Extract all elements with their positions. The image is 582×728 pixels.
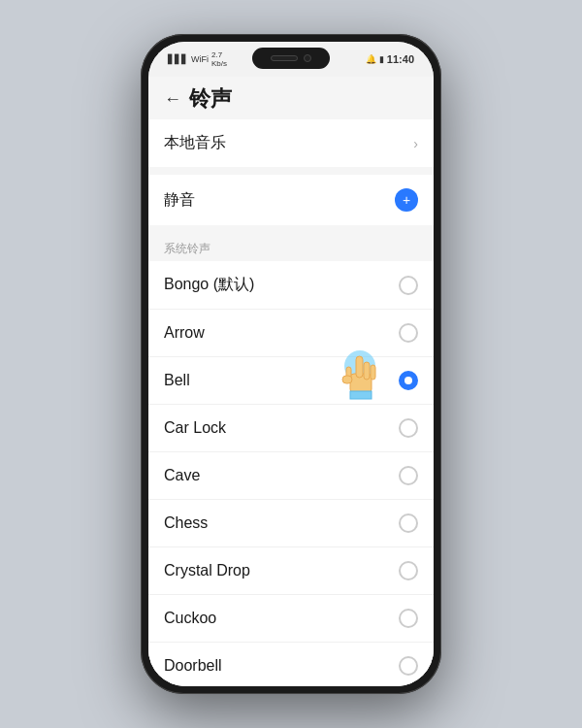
speaker: [271, 55, 298, 61]
ringtone-item[interactable]: Arrow: [148, 310, 434, 357]
ringtone-list[interactable]: Bongo (默认)ArrowBellCar LockCaveChessCrys…: [148, 261, 434, 686]
ringtone-item[interactable]: Cave: [148, 452, 434, 500]
data-speed: 2.7Kb/s: [211, 50, 227, 68]
ringtone-name: Arrow: [164, 324, 205, 342]
silent-item[interactable]: 静音 +: [148, 175, 434, 225]
silent-label: 静音: [164, 190, 195, 211]
ringtone-item[interactable]: Bongo (默认): [148, 261, 434, 310]
radio-button[interactable]: [399, 323, 418, 343]
phone-frame: ▋▋▋ WiFi 2.7Kb/s 🔔 ▮ 11:40 ← 铃声 本地音乐 ›: [141, 34, 441, 694]
status-left: ▋▋▋ WiFi 2.7Kb/s: [168, 50, 227, 68]
local-music-item[interactable]: 本地音乐 ›: [148, 119, 434, 167]
ringtone-name: Chess: [164, 514, 208, 532]
local-music-section: 本地音乐 ›: [148, 119, 434, 167]
ringtone-item[interactable]: Crystal Drop: [148, 547, 434, 595]
ringtone-name: Bell: [164, 372, 190, 389]
camera: [304, 54, 311, 62]
battery-icon: ▮: [379, 54, 384, 64]
time: 11:40: [387, 53, 414, 65]
status-right: 🔔 ▮ 11:40: [366, 53, 414, 65]
ringtone-name: Car Lock: [164, 419, 226, 437]
ringtone-name: Doorbell: [164, 657, 222, 675]
wifi-icon: WiFi: [191, 54, 209, 64]
local-music-label: 本地音乐: [164, 133, 226, 153]
phone-screen: ▋▋▋ WiFi 2.7Kb/s 🔔 ▮ 11:40 ← 铃声 本地音乐 ›: [148, 42, 434, 686]
back-button[interactable]: ←: [164, 89, 181, 110]
radio-button[interactable]: [399, 466, 418, 485]
screen-content: 本地音乐 › 静音 + 系统铃声 Bongo (默认)ArrowBellCar …: [148, 119, 434, 686]
page-header: ← 铃声: [148, 77, 434, 119]
radio-button[interactable]: [399, 276, 418, 295]
notch: [252, 48, 330, 69]
chevron-right-icon: ›: [413, 136, 418, 151]
signal-icon: ▋▋▋: [168, 54, 188, 64]
silent-add-icon[interactable]: +: [395, 188, 418, 212]
ringtone-item[interactable]: Bell: [148, 357, 434, 405]
radio-button[interactable]: [399, 656, 418, 676]
ringtone-item[interactable]: Doorbell: [148, 643, 434, 686]
ringtone-item[interactable]: Car Lock: [148, 405, 434, 452]
ringtone-name: Bongo (默认): [164, 275, 254, 295]
status-bar: ▋▋▋ WiFi 2.7Kb/s 🔔 ▮ 11:40: [148, 42, 434, 77]
radio-button[interactable]: [399, 609, 418, 628]
radio-button[interactable]: [399, 418, 418, 438]
radio-button[interactable]: [399, 561, 418, 580]
ringtone-item[interactable]: Chess: [148, 500, 434, 547]
ringtone-item[interactable]: Cuckoo: [148, 595, 434, 643]
ringtone-name: Cave: [164, 467, 200, 484]
radio-button[interactable]: [399, 371, 418, 390]
page-title: 铃声: [189, 84, 232, 114]
system-ringtone-label: 系统铃声: [148, 233, 434, 261]
silent-icon-status: 🔔: [366, 54, 376, 64]
ringtone-name: Cuckoo: [164, 610, 216, 627]
silent-section: 静音 +: [148, 175, 434, 225]
radio-button[interactable]: [399, 513, 418, 533]
ringtone-name: Crystal Drop: [164, 562, 250, 579]
